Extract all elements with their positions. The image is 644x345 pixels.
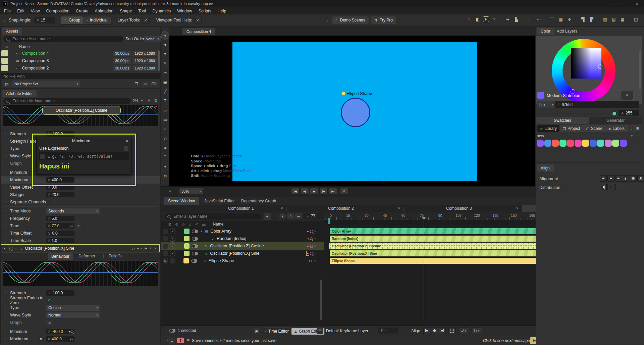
play-button[interactable]: ▶ <box>310 188 318 195</box>
swatch-group-dropdown[interactable]: new <box>537 134 544 138</box>
prev-keyframe-icon[interactable]: ◂ <box>309 259 310 262</box>
tab-assets[interactable]: Assets <box>2 28 22 35</box>
layer-row-ellipse-shape[interactable]: ⊙◌Ellipse Shape◂▸○ <box>161 257 324 264</box>
columns-icon[interactable]: ▥ <box>602 16 608 22</box>
pin-icon[interactable]: ✛ <box>145 247 147 250</box>
menu-item-composition[interactable]: Composition <box>46 9 69 13</box>
alpha-slider-handle[interactable] <box>612 111 617 116</box>
transform-tool[interactable]: ▱ <box>161 106 169 114</box>
alpha-field[interactable]: A 255 <box>619 110 639 116</box>
layer-color-swatch[interactable] <box>184 236 190 241</box>
dots-horizontal-icon[interactable]: ⋯ <box>535 16 542 22</box>
prev-keyframe-icon[interactable]: ◂ <box>70 337 71 341</box>
filter-settings-icon[interactable]: ≔ <box>295 213 302 219</box>
library-swatch-8[interactable] <box>597 140 604 147</box>
tool-column-handle[interactable]: ⋯ <box>161 27 169 30</box>
library-tab-project[interactable]: ❒Project <box>560 125 583 132</box>
menu-item-window[interactable]: Window <box>177 9 192 13</box>
keyframe-circle-icon[interactable]: ○ <box>5 186 10 189</box>
time-editor-button[interactable]: ≡ Time Editor <box>262 328 291 335</box>
keyframe-circle-icon[interactable]: ○ <box>5 209 10 213</box>
menu-item-file[interactable]: File <box>4 9 11 13</box>
toolbar-grip-2[interactable]: ⋮ <box>326 18 329 22</box>
text-tool[interactable]: T <box>161 97 169 105</box>
work-area-start-handle[interactable] <box>328 218 330 224</box>
current-color-swatch[interactable] <box>537 92 544 99</box>
swap-icon[interactable]: ⇄ <box>132 247 135 250</box>
demo-scenes-button[interactable]: ⁘ Demo Scenes <box>332 16 369 24</box>
layer-color-swatch[interactable] <box>184 243 190 249</box>
library-swatch-6[interactable] <box>582 140 589 147</box>
visibility-cell[interactable]: ✓ <box>170 243 175 249</box>
library-tab-scene[interactable]: ▢Scene <box>583 125 605 132</box>
close-button[interactable]: ✕ <box>630 0 644 7</box>
grid-2-icon[interactable]: ▦ <box>619 16 626 22</box>
scatter-add-icon[interactable]: ⁘ <box>287 213 294 219</box>
tab-dependency-graph[interactable]: Dependency Graph <box>237 197 280 205</box>
search-zoom-icon[interactable]: ⌖ <box>141 98 143 103</box>
lock-cell[interactable] <box>163 251 168 256</box>
ellipse-tool[interactable]: ○ <box>161 125 169 133</box>
close-tab-icon[interactable]: ✕ <box>398 206 400 210</box>
stair-down-icon[interactable]: ▛ <box>588 16 595 22</box>
popup-close-icon[interactable]: ✕ <box>126 139 128 143</box>
project-set-icon[interactable]: ▤ <box>3 81 11 87</box>
attribute-search[interactable] <box>3 98 131 104</box>
asset-row-composition-3[interactable]: ▭Composition 330.00fps1920 x 1080 <box>1 57 160 64</box>
go-to-start-button[interactable]: |◀ <box>291 188 300 195</box>
visibility-cell[interactable]: ✓ <box>170 236 175 242</box>
library-swatch-2[interactable] <box>552 140 559 147</box>
toolbar-grip[interactable]: ⋮ <box>3 18 6 22</box>
timeline-tab-composition-3[interactable]: Composition 3 <box>446 206 472 211</box>
layer-search-input[interactable] <box>173 214 259 219</box>
layer-toggle[interactable] <box>191 259 197 263</box>
tab-behaviour[interactable]: Behaviour <box>48 253 73 260</box>
onion-skin-icon[interactable]: ◑ <box>279 213 286 219</box>
prev-keyframe-icon[interactable]: ◂ <box>68 330 70 333</box>
keyframe-circle-icon[interactable]: ○ <box>314 252 316 255</box>
keyframe-circle-icon[interactable]: ○ <box>5 193 10 196</box>
prev-keyframe-icon[interactable]: ◂ <box>307 237 309 240</box>
graph-button[interactable]: ∠ <box>46 320 53 326</box>
align-right-button[interactable] <box>615 175 622 182</box>
frame-field[interactable]: F 77 <box>304 213 323 219</box>
eyedropper-button[interactable]: ✐ <box>621 91 633 100</box>
arrow-right-icon[interactable]: ➔ <box>504 16 511 22</box>
library-swatch-0[interactable] <box>537 140 544 147</box>
layer-color-swatch[interactable] <box>184 251 190 256</box>
keyframe-circle-icon[interactable]: ○ <box>314 259 316 262</box>
visibility-cell[interactable] <box>170 258 175 263</box>
previous-frame-button[interactable]: ◀| <box>301 188 309 195</box>
saturation-value-square[interactable] <box>571 48 601 79</box>
layer-color-swatch[interactable] <box>183 258 189 263</box>
lock-cell[interactable] <box>163 229 168 234</box>
asset-search[interactable] <box>3 36 123 42</box>
pen-tool[interactable]: ✒ <box>161 50 169 58</box>
expression-input[interactable] <box>47 154 128 159</box>
prev-keyframe-icon[interactable]: ◂ <box>307 244 309 248</box>
camera-icon[interactable]: ◫ <box>633 16 639 22</box>
selection-toggle-icon[interactable] <box>169 329 175 333</box>
layer-toggle[interactable] <box>192 244 198 248</box>
prev-keyframe-icon[interactable]: ◂ <box>307 252 309 255</box>
viewport-tab-composition-4[interactable]: Composition 4 <box>182 28 215 35</box>
polygon-tool[interactable]: ◇ <box>161 135 169 143</box>
value-field[interactable]: #5.0 <box>46 216 74 221</box>
tab-add-layers[interactable]: Add Layers <box>553 28 581 35</box>
tab-generator[interactable]: Generator <box>589 117 642 124</box>
default-keyframe-layer-dropdown[interactable]: Default Keyframe Layer <box>326 329 368 333</box>
menu-item-create[interactable]: Create <box>76 9 89 13</box>
footer-frame-field[interactable]: F - <box>378 328 398 334</box>
layer-search[interactable] <box>164 213 262 219</box>
align-center-h-button[interactable] <box>607 175 614 182</box>
menu-item-help[interactable]: Help <box>218 9 226 13</box>
keyframe-circle-icon[interactable]: ○ <box>5 224 10 228</box>
delete-button[interactable]: ⌦ <box>150 81 158 87</box>
library-swatch-11[interactable] <box>620 140 627 147</box>
lock-cell[interactable] <box>163 244 168 249</box>
rectangle-tool[interactable]: ▭ <box>161 116 169 124</box>
value-field[interactable]: #0.0 <box>46 185 74 190</box>
messages-icon[interactable]: ≡ <box>168 338 175 344</box>
keyframe-circle-icon[interactable]: ○ <box>5 132 10 136</box>
keyframe-circle-icon[interactable]: ○ <box>5 232 10 235</box>
